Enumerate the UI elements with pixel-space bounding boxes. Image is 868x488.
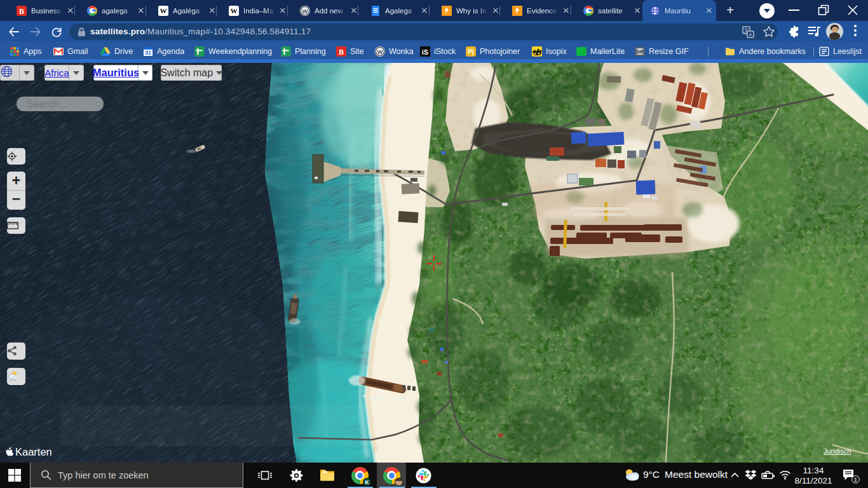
- svg-text:W: W: [377, 48, 383, 55]
- svg-text:W: W: [302, 7, 308, 14]
- svg-text:GIF: GIF: [637, 50, 644, 54]
- svg-text:W: W: [231, 7, 238, 15]
- svg-text:31: 31: [145, 50, 151, 56]
- svg-text:iS: iS: [422, 48, 428, 55]
- svg-text:Pj: Pj: [468, 48, 474, 55]
- svg-text:B: B: [339, 47, 344, 56]
- svg-text:B: B: [19, 6, 24, 15]
- svg-text:A: A: [749, 32, 752, 37]
- svg-text:W: W: [160, 7, 167, 15]
